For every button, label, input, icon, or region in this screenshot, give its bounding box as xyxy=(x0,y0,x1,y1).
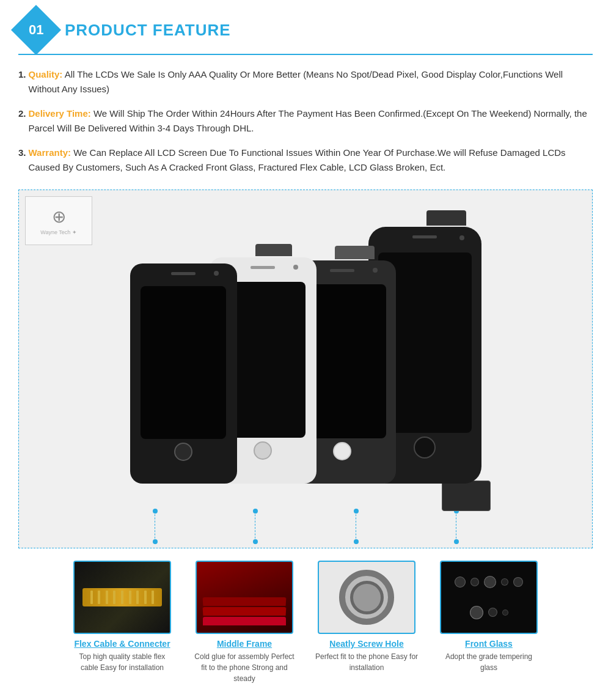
screw-outer xyxy=(339,570,394,625)
thumb-front-glass-title: Front Glass xyxy=(465,639,513,649)
phone-3-speaker xyxy=(330,269,354,272)
drop-2 xyxy=(470,578,479,586)
thumb-middle-frame: Middle Frame Cold glue for assembly Perf… xyxy=(192,561,296,684)
feature-text-2: Delivery Time: We Will Ship The Order Wi… xyxy=(29,106,593,136)
watermark-text: Wayne Tech ✦ xyxy=(40,229,77,235)
feature-num-2: 2. xyxy=(18,106,26,121)
connector-lines-row xyxy=(25,508,586,542)
phone-2-camera xyxy=(293,265,298,270)
drop-5 xyxy=(513,577,523,587)
drop-1 xyxy=(455,577,466,588)
feature-label-2: Delivery Time: xyxy=(29,108,91,119)
phone-2-home xyxy=(254,441,272,460)
pin-9 xyxy=(152,591,154,604)
feature-text-3: Warranty: We Can Replace All LCD Screen … xyxy=(29,146,593,175)
thumb-screw-hole-title: Neatly Screw Hole xyxy=(329,639,403,649)
cable-body xyxy=(82,588,162,606)
thumb-front-glass-img xyxy=(440,561,538,634)
drop-8 xyxy=(502,610,508,616)
feature-item-3: 3. Warranty: We Can Replace All LCD Scre… xyxy=(18,146,593,175)
feature-label-3: Warranty: xyxy=(29,147,71,158)
phone-1-camera xyxy=(214,271,219,276)
header-diamond: 01 xyxy=(11,5,61,55)
feature-body-1: All The LCDs We Sale Is Only AAA Quality… xyxy=(29,69,563,94)
page-header: 01 PRODUCT FEATURE xyxy=(18,12,593,55)
drop-7 xyxy=(488,608,497,617)
feature-list: 1. Quality: All The LCDs We Sale Is Only… xyxy=(18,67,593,175)
thumb-flex-cable-desc: Top high quality stable flex cable Easy … xyxy=(70,651,174,673)
phone-4-flex-bottom xyxy=(442,481,491,511)
connector-3 xyxy=(356,511,356,542)
page-title: PRODUCT FEATURE xyxy=(65,21,231,40)
header-number: 01 xyxy=(29,22,43,38)
pin-7 xyxy=(136,591,139,604)
page-wrapper: 01 PRODUCT FEATURE 1. Quality: All The L… xyxy=(0,0,611,700)
frame-layers-visual xyxy=(203,597,286,627)
frame-layer-2 xyxy=(203,607,287,616)
pin-2 xyxy=(98,591,100,604)
connector-4 xyxy=(456,511,456,542)
thumb-screw-hole: Neatly Screw Hole Perfect fit to the pho… xyxy=(315,561,419,684)
watermark-logo: ⊕ Wayne Tech ✦ xyxy=(25,196,92,245)
phone-2-flex-top xyxy=(255,244,292,256)
pin-3 xyxy=(106,591,108,604)
feature-item-1: 1. Quality: All The LCDs We Sale Is Only… xyxy=(18,67,593,97)
phone-4-home xyxy=(414,437,436,459)
phone-1-home xyxy=(174,443,192,461)
feature-item-2: 2. Delivery Time: We Will Ship The Order… xyxy=(18,106,593,136)
phone-1-screen xyxy=(141,286,226,439)
feature-text-1: Quality: All The LCDs We Sale Is Only AA… xyxy=(29,67,593,97)
drop-4 xyxy=(501,578,508,586)
feature-num-1: 1. xyxy=(18,67,26,82)
flex-cable-visual xyxy=(75,562,170,633)
thumb-flex-cable-img xyxy=(73,561,171,634)
pin-4 xyxy=(113,591,115,604)
thumb-flex-cable-title: Flex Cable & Connecter xyxy=(74,639,170,649)
pin-6 xyxy=(129,591,131,604)
connector-2 xyxy=(255,511,255,542)
frame-layer-1 xyxy=(203,597,287,606)
phone-4-flex-top xyxy=(426,210,466,226)
drop-6 xyxy=(470,606,483,619)
glass-visual xyxy=(441,562,536,633)
phone-4-camera xyxy=(459,235,464,240)
pin-5 xyxy=(121,591,123,604)
phone-4-speaker xyxy=(412,235,437,238)
phone-3-flex-top xyxy=(335,246,375,259)
frame-layer-3 xyxy=(203,617,286,625)
thumb-screw-hole-img xyxy=(318,561,415,634)
thumb-front-glass: Front Glass Adopt the grade tempering gl… xyxy=(437,561,541,684)
phone-3-home xyxy=(333,442,351,460)
phone-1-speaker xyxy=(171,272,196,275)
watermark-icon: ⊕ xyxy=(52,207,66,227)
thumbnails-section: Flex Cable & Connecter Top high quality … xyxy=(18,561,593,684)
thumb-middle-frame-desc: Cold glue for assembly Perfect fit to th… xyxy=(192,651,296,684)
phones-container xyxy=(25,202,586,484)
feature-body-2: We Will Ship The Order Within 24Hours Af… xyxy=(29,108,587,133)
thumb-middle-frame-title: Middle Frame xyxy=(217,639,272,649)
product-images-section: ⊕ Wayne Tech ✦ xyxy=(18,190,593,548)
phone-3-camera xyxy=(373,268,378,273)
screw-inner xyxy=(350,581,384,614)
drop-3 xyxy=(484,576,496,588)
thumb-flex-cable: Flex Cable & Connecter Top high quality … xyxy=(70,561,174,684)
connector-1 xyxy=(155,511,155,542)
thumb-screw-hole-desc: Perfect fit to the phone Easy for instal… xyxy=(315,651,419,673)
pin-8 xyxy=(144,591,147,604)
phone-1 xyxy=(130,263,237,484)
feature-body-3: We Can Replace All LCD Screen Due To Fun… xyxy=(29,147,566,172)
thumb-middle-frame-img xyxy=(196,561,293,634)
thumb-front-glass-desc: Adopt the grade tempering glass xyxy=(437,651,541,673)
phone-card-1 xyxy=(130,263,225,484)
feature-label-1: Quality: xyxy=(29,69,63,79)
phone-2-speaker xyxy=(251,266,275,269)
feature-num-3: 3. xyxy=(18,146,26,160)
pin-1 xyxy=(90,591,93,604)
